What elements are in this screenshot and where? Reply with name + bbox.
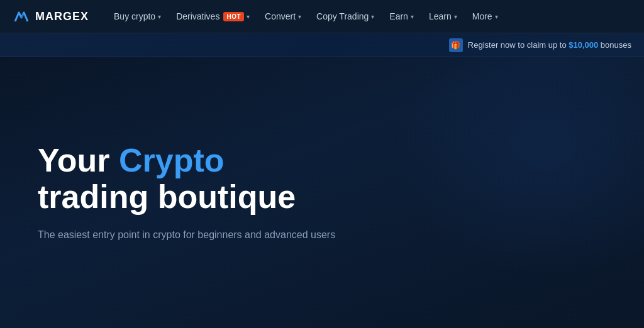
nav-label-convert: Convert [265, 11, 296, 21]
hero-subtitle: The easiest entry point in crypto for be… [38, 227, 365, 243]
margex-logo-icon [13, 8, 30, 25]
chevron-down-icon: ▾ [298, 13, 301, 20]
nav-item-convert[interactable]: Convert ▾ [258, 8, 308, 25]
nav-label-more: More [472, 11, 492, 21]
gift-icon: 🎁 [449, 38, 463, 52]
brand-name: MARGEX [35, 10, 89, 23]
nav-item-derivatives[interactable]: Derivatives HOT ▾ [170, 8, 256, 25]
chevron-down-icon: ▾ [411, 13, 414, 20]
promo-text: Register now to claim up to $10,000 bonu… [468, 40, 631, 50]
navbar: MARGEX Buy crypto ▾ Derivatives HOT ▾ Co… [0, 0, 644, 33]
nav-label-earn: Earn [389, 11, 408, 21]
nav-menu: Buy crypto ▾ Derivatives HOT ▾ Convert ▾… [108, 8, 631, 25]
chevron-down-icon: ▾ [247, 13, 250, 20]
promo-content: 🎁 Register now to claim up to $10,000 bo… [449, 38, 631, 52]
nav-label-learn: Learn [429, 11, 452, 21]
nav-item-earn[interactable]: Earn ▾ [383, 8, 420, 25]
promo-amount: $10,000 [569, 40, 598, 50]
chevron-down-icon: ▾ [454, 13, 457, 20]
hero-title: Your Crypto trading boutique [38, 143, 428, 214]
chevron-down-icon: ▾ [158, 13, 161, 20]
nav-item-learn[interactable]: Learn ▾ [423, 8, 464, 25]
logo[interactable]: MARGEX [13, 8, 89, 25]
hero-section: Your Crypto trading boutique The easiest… [0, 57, 644, 328]
promo-text-label: Register now to claim up to [468, 40, 569, 50]
nav-item-copy-trading[interactable]: Copy Trading ▾ [310, 8, 380, 25]
chevron-down-icon: ▾ [495, 13, 498, 20]
hero-title-line1: Your [38, 142, 119, 178]
hero-title-line2: trading boutique [38, 178, 296, 215]
promo-banner[interactable]: 🎁 Register now to claim up to $10,000 bo… [0, 33, 644, 57]
nav-label-copy-trading: Copy Trading [316, 11, 369, 21]
hot-badge: HOT [223, 12, 244, 21]
nav-item-buy-crypto[interactable]: Buy crypto ▾ [108, 8, 167, 25]
hero-title-highlight: Crypto [119, 142, 225, 178]
chevron-down-icon: ▾ [371, 13, 374, 20]
nav-item-more[interactable]: More ▾ [466, 8, 504, 25]
nav-label-derivatives: Derivatives [176, 11, 219, 21]
promo-suffix: bonuses [598, 40, 631, 50]
nav-label-buy-crypto: Buy crypto [114, 11, 155, 21]
